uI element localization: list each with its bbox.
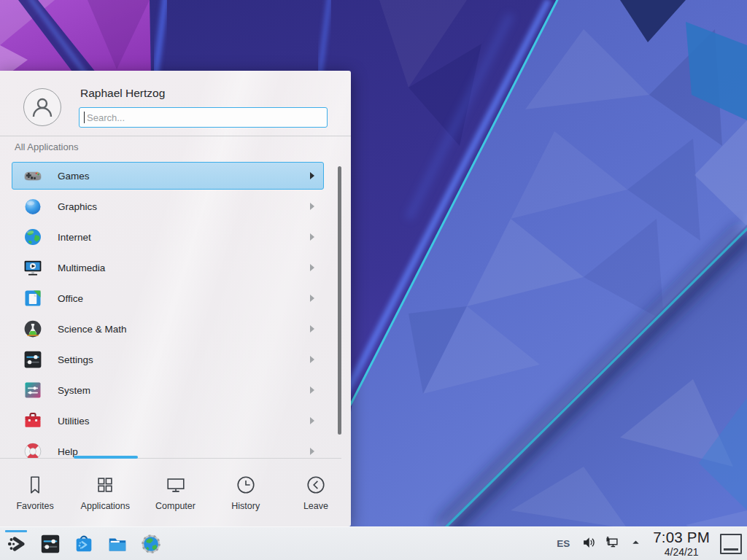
system-icon — [23, 380, 43, 400]
tab-label: Computer — [155, 501, 196, 511]
tab-applications[interactable]: Applications — [70, 459, 140, 526]
settings-icon — [23, 349, 43, 370]
submenu-arrow-icon — [310, 386, 314, 394]
tab-favorites[interactable]: Favorites — [0, 459, 70, 526]
section-label: All Applications — [15, 141, 78, 152]
tab-label: Favorites — [16, 501, 53, 511]
menu-category-multimedia[interactable]: Multimedia — [12, 254, 324, 281]
menu-category-games[interactable]: Games — [12, 162, 324, 190]
multimedia-icon — [23, 257, 43, 278]
menu-category-utilities[interactable]: Utilities — [12, 407, 324, 435]
active-task-indicator — [5, 530, 27, 532]
application-launcher-menu: Raphael Hertzog All Applications GamesGr… — [0, 71, 351, 526]
menu-category-graphics[interactable]: Graphics — [12, 192, 324, 220]
menu-category-label: Internet — [58, 232, 91, 243]
application-launcher-button[interactable] — [4, 530, 29, 558]
dolphin-icon — [107, 533, 128, 555]
computer-icon — [165, 474, 187, 496]
tab-label: Leave — [303, 501, 328, 511]
scrollbar[interactable] — [338, 166, 341, 435]
submenu-arrow-icon — [310, 264, 314, 271]
system-settings-button[interactable] — [38, 530, 63, 558]
search-input[interactable] — [79, 107, 328, 128]
science-icon — [23, 319, 43, 339]
internet-icon — [23, 227, 43, 247]
expand-tray-icon — [630, 537, 641, 551]
applications-icon — [94, 474, 116, 496]
discover-icon — [73, 533, 95, 555]
menu-category-science-math[interactable]: Science & Math — [12, 315, 324, 343]
volume-tray-button[interactable] — [580, 535, 597, 553]
submenu-arrow-icon — [310, 325, 314, 332]
network-icon — [604, 534, 620, 553]
menu-category-label: Graphics — [58, 201, 97, 212]
panel-launchers — [0, 527, 163, 560]
submenu-arrow-icon — [310, 448, 314, 455]
show-desktop-button[interactable] — [720, 534, 742, 554]
network-tray-button[interactable] — [603, 535, 621, 553]
systemsettings-icon — [39, 533, 61, 555]
digital-clock[interactable]: 7:03 PM 4/24/21 — [653, 530, 710, 557]
menu-category-label: Science & Math — [58, 324, 127, 335]
submenu-arrow-icon — [310, 172, 314, 179]
menu-category-office[interactable]: Office — [12, 284, 324, 312]
history-icon — [235, 474, 257, 496]
tab-history[interactable]: History — [211, 459, 281, 526]
submenu-arrow-icon — [310, 233, 314, 241]
menu-category-internet[interactable]: Internet — [12, 223, 324, 251]
submenu-arrow-icon — [310, 417, 314, 424]
utilities-icon — [23, 411, 43, 431]
application-category-list: GamesGraphicsInternetMultimediaOfficeSci… — [0, 159, 351, 458]
gamepad-icon — [23, 166, 43, 186]
office-icon — [23, 288, 43, 308]
tab-label: History — [231, 501, 260, 511]
menu-category-label: Multimedia — [58, 262, 105, 273]
user-icon — [30, 95, 55, 120]
show-desktop-icon — [724, 548, 738, 551]
menu-category-label: Settings — [58, 354, 93, 365]
menu-category-system[interactable]: System — [12, 376, 324, 404]
graphics-icon — [23, 196, 43, 217]
expand-tray-tray-button[interactable] — [627, 535, 644, 553]
tab-leave[interactable]: Leave — [281, 459, 351, 526]
launcher-tab-bar: FavoritesApplicationsComputerHistoryLeav… — [0, 459, 351, 526]
discover-button[interactable] — [71, 530, 96, 558]
help-icon — [23, 441, 43, 458]
menu-category-label: Utilities — [58, 416, 90, 427]
menu-category-label: System — [58, 385, 90, 396]
menu-category-settings[interactable]: Settings — [12, 346, 324, 373]
tab-label: Applications — [81, 501, 130, 511]
volume-icon — [581, 534, 597, 553]
menu-category-label: Office — [58, 293, 83, 304]
taskbar-panel: ES 7:03 PM 4/24/21 — [0, 526, 747, 560]
user-name: Raphael Hertzog — [80, 87, 165, 100]
leave-icon — [305, 474, 327, 496]
browser-icon — [140, 533, 162, 555]
tab-computer[interactable]: Computer — [140, 459, 210, 526]
favorites-icon — [24, 474, 46, 496]
keyboard-layout-indicator[interactable]: ES — [557, 538, 570, 549]
launcher-header: Raphael Hertzog — [0, 71, 351, 136]
clock-date: 4/24/21 — [653, 547, 710, 557]
menu-category-label: Games — [58, 171, 90, 182]
clock-time: 7:03 PM — [653, 530, 710, 545]
menu-category-help[interactable]: Help — [12, 438, 324, 458]
file-manager-button[interactable] — [105, 530, 130, 558]
user-avatar[interactable] — [23, 88, 61, 126]
submenu-arrow-icon — [310, 203, 314, 210]
system-tray: ES 7:03 PM 4/24/21 — [557, 527, 747, 560]
kickoff-icon — [6, 533, 28, 555]
text-cursor — [84, 112, 85, 123]
web-browser-button[interactable] — [139, 530, 163, 558]
submenu-arrow-icon — [310, 295, 314, 302]
submenu-arrow-icon — [310, 356, 314, 363]
